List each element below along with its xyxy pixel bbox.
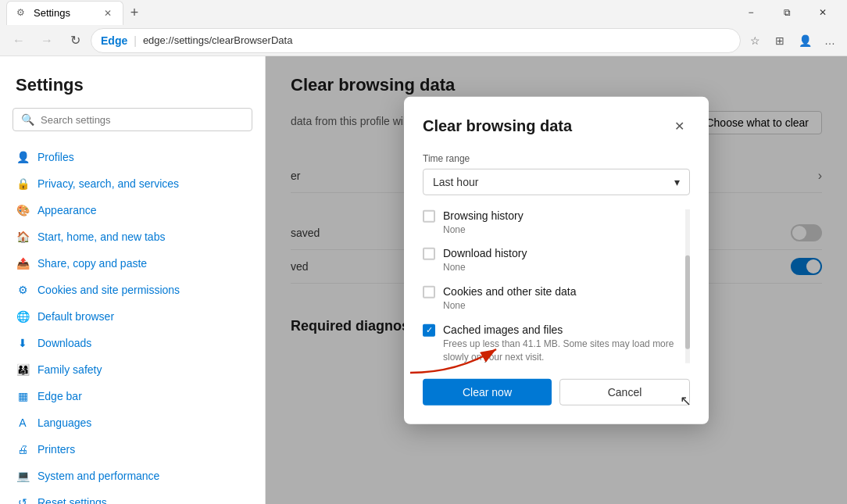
cookies-sub: None bbox=[443, 299, 576, 313]
checkbox-browsing-history: Browsing history None bbox=[423, 209, 690, 236]
checkbox-browsing-history-text: Browsing history None bbox=[443, 209, 524, 236]
sidebar-item-start-label: Start, home, and new tabs bbox=[38, 231, 165, 243]
tab-bar: ⚙ Settings ✕ + bbox=[6, 0, 145, 25]
sidebar-item-default[interactable]: 🌐 Default browser bbox=[0, 303, 265, 330]
window-controls: − ⧉ ✕ bbox=[733, 0, 841, 25]
settings-tab[interactable]: ⚙ Settings ✕ bbox=[6, 1, 123, 25]
sidebar-item-printers[interactable]: 🖨 Printers bbox=[0, 436, 265, 463]
sidebar: Settings 🔍 👤 Profiles 🔒 Privacy, search,… bbox=[0, 56, 266, 504]
sidebar-item-system[interactable]: 💻 System and performance bbox=[0, 463, 265, 489]
printers-icon: 🖨 bbox=[16, 442, 30, 456]
close-button[interactable]: ✕ bbox=[805, 0, 841, 25]
dialog-actions: Clear now Cancel bbox=[423, 379, 690, 406]
default-browser-icon: 🌐 bbox=[16, 309, 30, 323]
privacy-icon: 🔒 bbox=[16, 177, 30, 191]
forward-button[interactable]: → bbox=[34, 28, 59, 53]
address-url-text: edge://settings/clearBrowserData bbox=[143, 34, 292, 46]
sidebar-item-downloads-label: Downloads bbox=[38, 337, 91, 349]
sidebar-item-profiles[interactable]: 👤 Profiles bbox=[0, 144, 265, 170]
languages-icon: A bbox=[16, 416, 30, 430]
search-input[interactable] bbox=[41, 114, 244, 126]
cookies-icon: ⚙ bbox=[16, 283, 30, 297]
search-icon: 🔍 bbox=[21, 113, 34, 126]
browsing-history-sub: None bbox=[443, 223, 524, 236]
download-history-sub: None bbox=[443, 261, 527, 274]
settings-more-icon[interactable]: … bbox=[819, 30, 841, 52]
sidebar-item-appearance-label: Appearance bbox=[38, 204, 97, 216]
checkbox-cookies-text: Cookies and other site data None bbox=[443, 285, 576, 313]
sidebar-item-reset[interactable]: ↺ Reset settings bbox=[0, 489, 265, 504]
sidebar-item-family-label: Family safety bbox=[38, 363, 102, 376]
checkbox-download-history: Download history None bbox=[423, 247, 690, 274]
profile-icon[interactable]: 👤 bbox=[794, 30, 816, 52]
checkbox-cached-input[interactable]: ✓ bbox=[423, 324, 435, 337]
sidebar-title: Settings bbox=[0, 69, 265, 108]
clear-browsing-data-dialog: Clear browsing data ✕ Time range Last ho… bbox=[404, 96, 709, 424]
address-bar-input[interactable]: Edge | edge://settings/clearBrowserData bbox=[91, 28, 741, 53]
appearance-icon: 🎨 bbox=[16, 203, 30, 217]
dialog-scrollbar-thumb[interactable] bbox=[685, 256, 690, 349]
downloads-icon: ⬇ bbox=[16, 336, 30, 350]
title-bar: ⚙ Settings ✕ + − ⧉ ✕ bbox=[0, 0, 847, 25]
refresh-button[interactable]: ↻ bbox=[63, 28, 88, 53]
restore-button[interactable]: ⧉ bbox=[769, 0, 805, 25]
checkbox-cached-text: Cached images and files Frees up less th… bbox=[443, 323, 690, 364]
collections-icon[interactable]: ⊞ bbox=[769, 30, 791, 52]
dialog-title: Clear browsing data bbox=[423, 117, 572, 135]
edge-brand-icon: Edge bbox=[101, 34, 127, 47]
time-range-dropdown[interactable]: Last hour ▾ bbox=[423, 168, 690, 195]
checkbox-browsing-history-input[interactable] bbox=[423, 209, 435, 222]
cookies-label: Cookies and other site data bbox=[443, 285, 576, 298]
back-button[interactable]: ← bbox=[6, 28, 31, 53]
sidebar-item-edgebar-label: Edge bar bbox=[38, 390, 82, 402]
profiles-icon: 👤 bbox=[16, 150, 30, 164]
cached-label: Cached images and files bbox=[443, 323, 690, 336]
main-layout: Settings 🔍 👤 Profiles 🔒 Privacy, search,… bbox=[0, 56, 847, 504]
time-range-label: Time range bbox=[423, 152, 690, 163]
settings-tab-icon: ⚙ bbox=[16, 7, 29, 20]
checkbox-download-history-input[interactable] bbox=[423, 248, 435, 260]
dialog-header: Clear browsing data ✕ bbox=[423, 115, 690, 137]
sidebar-item-cookies[interactable]: ⚙ Cookies and site permissions bbox=[0, 277, 265, 303]
search-box[interactable]: 🔍 bbox=[13, 108, 252, 131]
cancel-button[interactable]: Cancel bbox=[559, 379, 690, 406]
sidebar-item-share[interactable]: 📤 Share, copy and paste bbox=[0, 250, 265, 277]
tab-close-button[interactable]: ✕ bbox=[102, 6, 113, 20]
family-icon: 👨‍👩‍👧 bbox=[16, 363, 30, 377]
checkbox-download-history-text: Download history None bbox=[443, 247, 527, 274]
cached-sub: Frees up less than 41.1 MB. Some sites m… bbox=[443, 338, 690, 364]
sidebar-item-share-label: Share, copy and paste bbox=[38, 257, 147, 270]
new-tab-button[interactable]: + bbox=[123, 2, 145, 23]
sidebar-item-start[interactable]: 🏠 Start, home, and new tabs bbox=[0, 223, 265, 250]
reset-icon: ↺ bbox=[16, 495, 30, 504]
share-icon: 📤 bbox=[16, 256, 30, 270]
sidebar-item-system-label: System and performance bbox=[38, 470, 159, 482]
sidebar-item-edgebar[interactable]: ▦ Edge bar bbox=[0, 383, 265, 409]
sidebar-item-downloads[interactable]: ⬇ Downloads bbox=[0, 330, 265, 356]
checkbox-cookies-input[interactable] bbox=[423, 286, 435, 298]
start-icon: 🏠 bbox=[16, 230, 30, 244]
favorites-icon[interactable]: ☆ bbox=[744, 30, 766, 52]
checkbox-cached: ✓ Cached images and files Frees up less … bbox=[423, 323, 690, 364]
address-bar: ← → ↻ Edge | edge://settings/clearBrowse… bbox=[0, 25, 847, 56]
time-range-value: Last hour bbox=[433, 175, 478, 188]
sidebar-item-family[interactable]: 👨‍👩‍👧 Family safety bbox=[0, 356, 265, 383]
dialog-close-button[interactable]: ✕ bbox=[668, 115, 690, 137]
checkbox-cookies: Cookies and other site data None bbox=[423, 285, 690, 313]
dropdown-arrow-icon: ▾ bbox=[674, 175, 680, 188]
minimize-button[interactable]: − bbox=[733, 0, 769, 25]
sidebar-item-languages[interactable]: A Languages bbox=[0, 409, 265, 436]
address-separator: | bbox=[134, 34, 137, 47]
sidebar-item-cookies-label: Cookies and site permissions bbox=[38, 284, 180, 296]
clear-now-button[interactable]: Clear now bbox=[423, 379, 552, 406]
title-bar-left: ⚙ Settings ✕ + bbox=[6, 0, 145, 25]
address-bar-actions: ☆ ⊞ 👤 … bbox=[744, 30, 841, 52]
sidebar-item-privacy-label: Privacy, search, and services bbox=[38, 177, 179, 190]
sidebar-item-privacy[interactable]: 🔒 Privacy, search, and services bbox=[0, 170, 265, 197]
sidebar-item-printers-label: Printers bbox=[38, 443, 75, 456]
content-area: Clear browsing data data from this profi… bbox=[266, 56, 847, 504]
sidebar-item-appearance[interactable]: 🎨 Appearance bbox=[0, 197, 265, 223]
system-icon: 💻 bbox=[16, 469, 30, 483]
sidebar-item-profiles-label: Profiles bbox=[38, 151, 74, 163]
sidebar-item-reset-label: Reset settings bbox=[38, 496, 107, 504]
